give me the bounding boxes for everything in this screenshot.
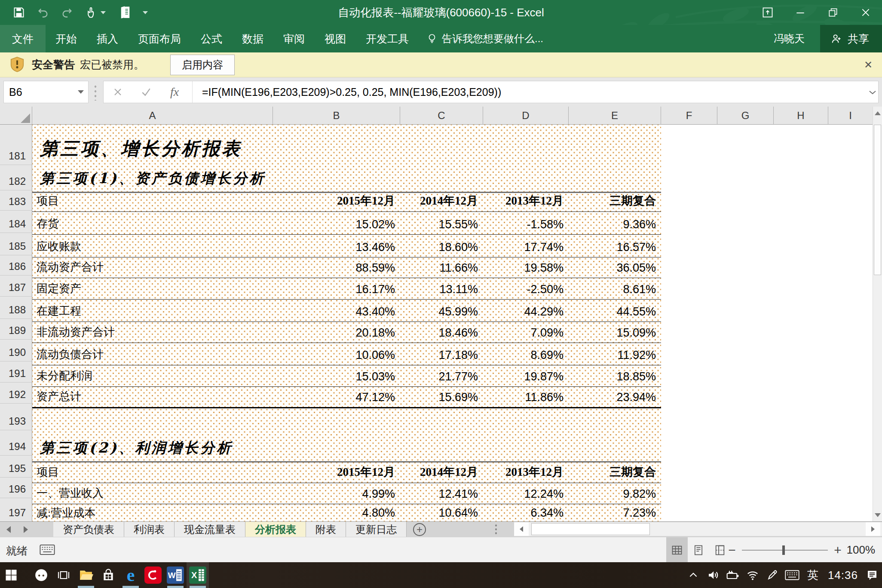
save-icon[interactable] — [13, 6, 25, 18]
column-header-e[interactable]: E — [569, 107, 661, 125]
table-cell[interactable]: 流动负债合计 — [32, 343, 273, 365]
table-cell[interactable]: 17.18% — [400, 343, 483, 365]
table-cell[interactable]: 18.85% — [569, 365, 661, 386]
row-header[interactable]: 184 — [0, 211, 32, 233]
add-sheet-button[interactable]: + — [407, 522, 432, 537]
user-name[interactable]: 冯晓天 — [774, 32, 805, 46]
microsoft-store-icon[interactable] — [97, 562, 119, 588]
page-layout-view-icon[interactable] — [688, 537, 709, 563]
table-cell[interactable]: 2013年12月 — [483, 193, 569, 211]
name-box-dropdown-icon[interactable] — [78, 90, 84, 94]
volume-icon[interactable] — [703, 562, 723, 588]
table-cell[interactable]: 23.94% — [569, 387, 661, 407]
worksheet-area[interactable]: 第三项、增长分析报表 第三项(1)、资产负债增长分析 项目 2015年12月 2… — [32, 125, 873, 521]
table-cell[interactable]: 44.29% — [483, 300, 569, 322]
table-cell[interactable]: -1.58% — [483, 212, 569, 234]
warning-close-icon[interactable]: ✕ — [861, 59, 876, 71]
tab-review[interactable]: 审阅 — [273, 25, 315, 52]
table-cell[interactable]: 流动资产合计 — [32, 257, 273, 278]
insert-function-icon[interactable]: fx — [160, 81, 189, 103]
row-header[interactable]: 183 — [0, 190, 32, 210]
sheet-tab-appendix[interactable]: 附表 — [306, 522, 346, 537]
column-header-g[interactable]: G — [717, 107, 774, 125]
tab-file[interactable]: 文件 — [0, 25, 46, 52]
cortana-icon[interactable] — [30, 562, 52, 588]
qat-customize-icon[interactable] — [143, 11, 148, 14]
table-cell[interactable]: 项目 — [32, 193, 273, 211]
table-cell[interactable]: 非流动资产合计 — [32, 322, 273, 343]
taskbar-clock[interactable]: 14:36 — [824, 569, 862, 582]
table-cell[interactable]: 11.92% — [569, 343, 661, 365]
scroll-up-icon[interactable] — [873, 107, 882, 119]
table-cell[interactable]: 7.09% — [483, 322, 569, 343]
row-header[interactable]: 190 — [0, 340, 32, 361]
workbook-stats-icon[interactable] — [118, 6, 131, 19]
sheet-tab-income[interactable]: 利润表 — [124, 522, 175, 537]
table-cell[interactable]: 15.55% — [400, 212, 483, 234]
table-cell[interactable]: 19.87% — [483, 365, 569, 386]
section1-subtitle[interactable]: 第三项(1)、资产负债增长分析 — [32, 166, 266, 192]
share-button[interactable]: 共享 — [820, 25, 882, 52]
table-cell[interactable]: 三期复合 — [569, 462, 661, 483]
table-cell[interactable]: 18.60% — [400, 235, 483, 257]
row-header[interactable]: 197 — [0, 498, 32, 521]
table-cell[interactable]: 15.69% — [400, 387, 483, 407]
select-all-corner[interactable] — [0, 107, 32, 125]
tell-me-box[interactable]: 告诉我您想要做什么... — [426, 32, 543, 46]
tab-formulas[interactable]: 公式 — [191, 25, 232, 52]
scroll-down-icon[interactable] — [873, 508, 882, 521]
row-header[interactable]: 187 — [0, 276, 32, 297]
sheet-nav-next-icon[interactable] — [17, 522, 34, 537]
table-cell[interactable]: 8.61% — [569, 278, 661, 299]
table-cell[interactable]: 11.66% — [400, 257, 483, 278]
table-cell[interactable]: 11.86% — [483, 387, 569, 407]
scroll-right-icon[interactable] — [866, 522, 880, 536]
zoom-slider[interactable] — [742, 550, 828, 551]
table-cell[interactable]: 44.55% — [569, 300, 661, 322]
table-cell[interactable]: 13.11% — [400, 278, 483, 299]
section1-title[interactable]: 第三项、增长分析报表 — [32, 125, 242, 166]
horizontal-scrollbar[interactable] — [514, 522, 882, 536]
table-cell[interactable]: 一、营业收入 — [32, 483, 273, 504]
tab-scrollbar-splitter[interactable] — [494, 524, 498, 535]
row-header[interactable]: 186 — [0, 255, 32, 276]
table-cell[interactable]: 2013年12月 — [483, 462, 569, 483]
tab-home[interactable]: 开始 — [46, 25, 87, 52]
tray-chevron-icon[interactable] — [683, 562, 703, 588]
close-icon[interactable] — [849, 0, 882, 25]
table-cell[interactable]: 2015年12月 — [273, 193, 400, 211]
netease-music-icon[interactable] — [142, 562, 164, 588]
section2-subtitle[interactable]: 第三项(2)、利润增长分析 — [32, 435, 233, 461]
table-cell[interactable]: 9.36% — [569, 212, 661, 234]
table-cell[interactable]: 36.05% — [569, 257, 661, 278]
enter-check-icon[interactable] — [132, 81, 160, 103]
tab-developer[interactable]: 开发工具 — [356, 25, 419, 52]
table-cell[interactable]: 88.59% — [273, 257, 400, 278]
column-header-h[interactable]: H — [774, 107, 828, 125]
formula-bar-expand-icon[interactable] — [867, 87, 878, 97]
cancel-icon[interactable] — [104, 81, 132, 103]
scroll-left-icon[interactable] — [514, 522, 529, 536]
row-header[interactable]: 189 — [0, 319, 32, 340]
column-header-b[interactable]: B — [273, 107, 400, 125]
table-cell[interactable]: 12.41% — [400, 483, 483, 504]
input-language[interactable]: 英 — [802, 568, 824, 583]
table-cell[interactable]: 15.02% — [273, 212, 400, 234]
start-button[interactable] — [0, 562, 22, 588]
column-header-a[interactable]: A — [32, 107, 273, 125]
column-header-i[interactable]: I — [828, 107, 873, 125]
row-header[interactable]: 194 — [0, 430, 32, 456]
vertical-scroll-thumb[interactable] — [874, 125, 881, 275]
sheet-tab-balance[interactable]: 资产负债表 — [53, 522, 124, 537]
tab-view[interactable]: 视图 — [315, 25, 356, 52]
minimize-icon[interactable] — [784, 0, 817, 25]
zoom-out-icon[interactable]: − — [726, 543, 738, 557]
restore-icon[interactable] — [817, 0, 849, 25]
table-cell[interactable]: 19.58% — [483, 257, 569, 278]
tab-insert[interactable]: 插入 — [87, 25, 128, 52]
table-cell[interactable]: -2.50% — [483, 278, 569, 299]
table-cell[interactable]: 6.34% — [483, 504, 569, 521]
wifi-icon[interactable] — [743, 562, 763, 588]
formula-bar-splitter[interactable] — [94, 84, 97, 101]
column-header-c[interactable]: C — [400, 107, 483, 125]
